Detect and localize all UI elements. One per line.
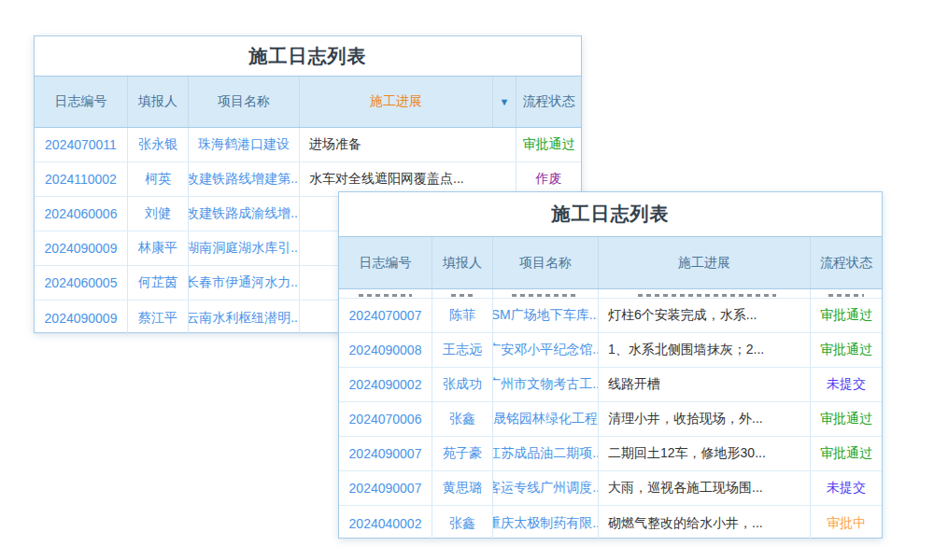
table-row: 2024070011 张永银 珠海鹤港口建设 进场准备 审批通过 [35,128,581,162]
progress-cell: 线路开槽 [599,368,811,401]
project-cell[interactable]: 珠海鹤港口建设 [189,128,300,161]
table-header: 日志编号 填报人 项目名称 施工进展 流程状态 [339,237,882,289]
reporter-cell[interactable]: 黄思璐 [432,471,493,505]
project-cell[interactable]: 广州市文物考古工... [493,368,599,401]
clipped-scrolled-row [339,289,882,299]
column-header-status: 流程状态 [811,237,882,288]
table-row: 2024090007 苑子豪 江苏成品油二期项... 二期回土12车，修地形30… [339,437,882,471]
reporter-cell[interactable]: 林康平 [128,231,189,265]
log-no-cell[interactable]: 2024060005 [35,266,128,300]
log-no-cell[interactable]: 2024090007 [339,471,432,505]
column-header-reporter: 填报人 [432,237,493,288]
log-no-cell[interactable]: 2024090009 [35,301,128,335]
reporter-cell[interactable]: 张成功 [432,368,493,401]
table-header: 日志编号 填报人 项目名称 施工进展 ▼ 流程状态 [35,77,581,128]
project-cell[interactable]: 长春市伊通河水力... [189,266,300,300]
project-cell[interactable]: 湖南洞庭湖水库引... [189,231,300,265]
reporter-cell[interactable]: 蔡江平 [128,301,189,335]
table-row: 2024090002 张成功 广州市文物考古工... 线路开槽 未提交 [339,368,882,402]
project-cell[interactable]: 云南水利枢纽潜明... [189,301,300,335]
page: 施工日志列表 日志编号 填报人 项目名称 施工进展 ▼ 流程状态 2024070… [0,0,934,560]
reporter-cell[interactable]: 陈菲 [432,299,493,332]
reporter-cell[interactable]: 张永银 [128,128,189,161]
column-header-log-no: 日志编号 [339,237,432,288]
reporter-cell[interactable]: 王志远 [432,333,493,367]
log-no-cell[interactable]: 2024060006 [35,197,128,231]
reporter-cell[interactable]: 张鑫 [432,402,493,436]
progress-cell: 砌燃气整改的给水小井，... [599,506,811,540]
project-cell[interactable]: 客运专线广州调度... [493,471,599,505]
reporter-cell[interactable]: 刘健 [128,197,189,231]
table-row: 2024070007 陈菲 SM广场地下车库... 灯柱6个安装完成，水系...… [339,299,882,333]
project-cell[interactable]: 改建铁路成渝线增... [189,197,300,231]
clipped-cell [493,289,599,298]
project-cell[interactable]: 江苏成品油二期项... [493,437,599,470]
log-no-cell[interactable]: 2024040002 [339,506,432,540]
project-cell[interactable]: 晟铭园林绿化工程 [493,402,599,436]
reporter-cell[interactable]: 张鑫 [432,506,493,540]
clipped-cell [599,289,811,298]
column-header-log-no: 日志编号 [35,77,128,127]
project-cell[interactable]: 改建铁路线增建第... [189,162,300,196]
status-badge: 审批通过 [811,333,882,367]
page-title: 施工日志列表 [35,36,581,77]
column-header-project: 项目名称 [493,237,599,288]
project-cell[interactable]: 广安邓小平纪念馆... [493,333,599,367]
progress-cell: 二期回土12车，修地形30... [599,437,811,470]
progress-cell: 进场准备 [300,128,517,161]
clipped-cell [432,289,493,298]
log-no-cell[interactable]: 2024070011 [35,128,128,161]
progress-cell: 清理小井，收拾现场，外... [599,402,811,436]
reporter-cell[interactable]: 苑子豪 [432,437,493,470]
log-list-card-front: 施工日志列表 日志编号 填报人 项目名称 施工进展 流程状态 202407000… [338,191,883,539]
status-badge: 审批中 [811,506,882,540]
reporter-cell[interactable]: 何芷茵 [128,266,189,300]
progress-cell: 1、水系北侧围墙抹灰；2... [599,333,811,367]
progress-cell: 灯柱6个安装完成，水系... [599,299,811,332]
status-badge: 审批通过 [811,299,882,332]
status-badge: 未提交 [811,368,882,401]
clipped-cell [811,289,882,298]
log-no-cell[interactable]: 2024090002 [339,368,432,401]
column-header-reporter: 填报人 [128,77,189,127]
log-no-cell[interactable]: 2024070007 [339,299,432,332]
table-body: 2024070007 陈菲 SM广场地下车库... 灯柱6个安装完成，水系...… [339,289,882,540]
table-row: 2024090007 黄思璐 客运专线广州调度... 大雨，巡视各施工现场围..… [339,471,882,506]
project-cell[interactable]: 重庆太极制药有限... [493,506,599,540]
status-badge: 审批通过 [811,437,882,470]
reporter-cell[interactable]: 柯英 [128,162,189,196]
column-header-progress: 施工进展 [599,237,811,288]
column-header-project: 项目名称 [189,77,300,127]
status-badge: 审批通过 [517,128,581,161]
log-no-cell[interactable]: 2024090009 [35,231,128,265]
progress-filter-dropdown-icon[interactable]: ▼ [493,77,517,127]
project-cell[interactable]: SM广场地下车库... [493,299,599,332]
log-no-cell[interactable]: 2024090008 [339,333,432,367]
progress-cell: 大雨，巡视各施工现场围... [599,471,811,505]
column-header-progress[interactable]: 施工进展 [300,77,493,127]
column-header-status: 流程状态 [517,77,581,127]
page-title: 施工日志列表 [339,192,882,237]
table-row: 2024040002 张鑫 重庆太极制药有限... 砌燃气整改的给水小井，...… [339,506,882,540]
clipped-cell [339,289,432,298]
table-row: 2024070006 张鑫 晟铭园林绿化工程 清理小井，收拾现场，外... 审批… [339,402,882,437]
log-no-cell[interactable]: 2024110002 [35,162,128,196]
status-badge: 审批通过 [811,402,882,436]
log-no-cell[interactable]: 2024090007 [339,437,432,470]
status-badge: 未提交 [811,471,882,505]
table-row: 2024090008 王志远 广安邓小平纪念馆... 1、水系北侧围墙抹灰；2.… [339,333,882,368]
log-no-cell[interactable]: 2024070006 [339,402,432,436]
